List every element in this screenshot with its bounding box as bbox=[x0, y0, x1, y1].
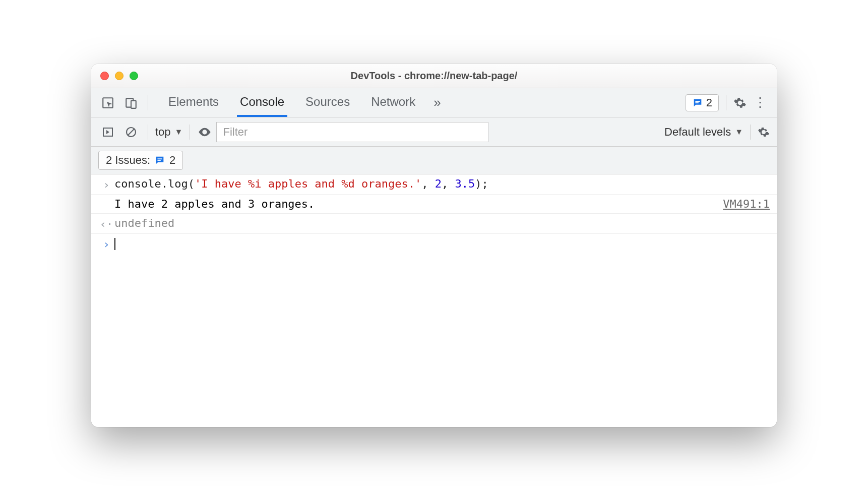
svg-rect-2 bbox=[131, 100, 136, 108]
console-settings-gear-icon[interactable] bbox=[758, 126, 770, 138]
svg-rect-10 bbox=[157, 160, 160, 161]
context-selector[interactable]: top ▼ bbox=[155, 126, 182, 139]
tab-elements[interactable]: Elements bbox=[165, 88, 222, 117]
divider bbox=[148, 125, 148, 140]
code-number: 2 bbox=[435, 177, 442, 190]
svg-line-7 bbox=[128, 129, 134, 135]
text-cursor bbox=[114, 238, 115, 250]
code-sep: , bbox=[421, 177, 435, 190]
inspect-element-icon[interactable] bbox=[98, 93, 117, 112]
main-tabbar: Elements Console Sources Network » 2 ⋮ bbox=[91, 88, 777, 117]
code-number: 3.5 bbox=[455, 177, 475, 190]
console-prompt-input[interactable] bbox=[114, 237, 770, 250]
issues-count: 2 bbox=[169, 154, 175, 167]
devtools-window: DevTools - chrome://new-tab-page/ Elemen… bbox=[91, 64, 777, 427]
live-expression-icon[interactable] bbox=[197, 125, 212, 140]
svg-rect-3 bbox=[695, 101, 700, 102]
clear-console-icon[interactable] bbox=[121, 122, 141, 142]
code-suffix: ); bbox=[475, 177, 488, 190]
console-return-value: undefined bbox=[114, 217, 770, 229]
more-tabs-icon[interactable]: » bbox=[433, 95, 441, 110]
issues-count: 2 bbox=[706, 96, 712, 109]
svg-point-8 bbox=[204, 131, 206, 133]
prompt-chevron-icon: › bbox=[98, 237, 114, 251]
source-link[interactable]: VM491:1 bbox=[723, 198, 770, 210]
console-input-row: › console.log('I have %i apples and %d o… bbox=[91, 174, 777, 195]
console-return-row: ‹· undefined bbox=[91, 214, 777, 234]
issues-summary-button[interactable]: 2 Issues: 2 bbox=[98, 151, 183, 170]
tab-sources[interactable]: Sources bbox=[302, 88, 353, 117]
levels-label: Default levels bbox=[664, 126, 731, 139]
chat-icon bbox=[154, 155, 165, 166]
divider bbox=[726, 95, 726, 110]
device-toolbar-icon[interactable] bbox=[121, 93, 141, 112]
code-method: console.log( bbox=[114, 177, 195, 190]
divider bbox=[148, 95, 148, 110]
titlebar: DevTools - chrome://new-tab-page/ bbox=[91, 64, 777, 88]
svg-rect-9 bbox=[157, 158, 162, 159]
gutter-spacer bbox=[98, 198, 114, 199]
code-sep: , bbox=[442, 177, 455, 190]
tab-network[interactable]: Network bbox=[368, 88, 418, 117]
tab-console[interactable]: Console bbox=[237, 88, 287, 117]
return-chevron-icon: ‹· bbox=[98, 217, 114, 230]
chevron-down-icon: ▼ bbox=[735, 128, 743, 137]
context-label: top bbox=[155, 126, 171, 139]
window-title: DevTools - chrome://new-tab-page/ bbox=[91, 70, 777, 82]
console-output-text: I have 2 apples and 3 oranges. bbox=[114, 198, 717, 210]
console-toolbar: top ▼ Default levels ▼ bbox=[91, 117, 777, 147]
console-input-code: console.log('I have %i apples and %d ora… bbox=[114, 177, 770, 190]
divider bbox=[750, 125, 751, 140]
console-output-row: I have 2 apples and 3 oranges. VM491:1 bbox=[91, 195, 777, 214]
divider bbox=[190, 125, 190, 140]
issues-button[interactable]: 2 bbox=[686, 94, 719, 111]
filter-input[interactable] bbox=[216, 122, 488, 142]
input-chevron-icon: › bbox=[98, 177, 114, 191]
issues-label: 2 Issues: bbox=[106, 154, 150, 167]
settings-gear-icon[interactable] bbox=[733, 96, 747, 109]
code-string: 'I have %i apples and %d oranges.' bbox=[195, 177, 421, 190]
issues-summary-row: 2 Issues: 2 bbox=[91, 147, 777, 174]
tabs: Elements Console Sources Network » bbox=[165, 88, 441, 117]
kebab-menu-icon[interactable]: ⋮ bbox=[751, 95, 770, 110]
log-levels-selector[interactable]: Default levels ▼ bbox=[664, 126, 743, 139]
svg-rect-4 bbox=[695, 102, 698, 103]
chat-icon bbox=[692, 97, 703, 108]
chevron-down-icon: ▼ bbox=[175, 128, 183, 137]
console-prompt-row[interactable]: › bbox=[91, 234, 777, 254]
console-body: › console.log('I have %i apples and %d o… bbox=[91, 174, 777, 427]
toggle-sidebar-icon[interactable] bbox=[98, 122, 117, 142]
